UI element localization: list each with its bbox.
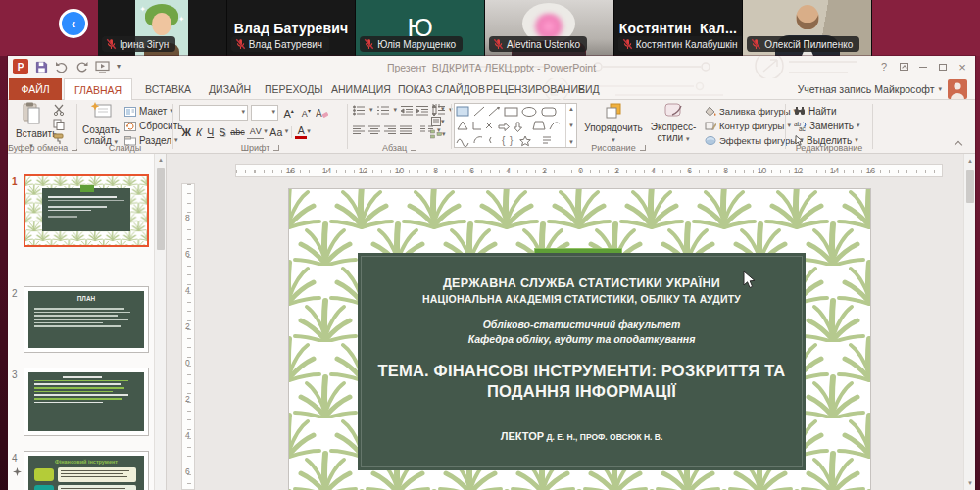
collapse-ribbon-button[interactable]: [955, 141, 963, 147]
back-button[interactable]: ‹: [59, 9, 88, 38]
slide-thumbnail-1[interactable]: [24, 174, 149, 247]
slide-topic-title[interactable]: ТЕМА. ФІНАНСОВІ ІНСТРУМЕНТИ: РОЗКРИТТЯ Т…: [362, 361, 803, 401]
thumbnail-scrollbar-thumb[interactable]: [157, 168, 165, 250]
replace-button[interactable]: abacЗаменить▾: [794, 119, 859, 133]
participant-name-badge: Alevtina Ustenko: [489, 36, 587, 52]
drawing-dialog-launcher[interactable]: [640, 145, 646, 151]
italic-button[interactable]: К: [194, 125, 205, 139]
slide-department[interactable]: Кафедра обліку, аудиту та оподаткування: [358, 333, 806, 345]
minimize-button[interactable]: [913, 58, 933, 75]
tab-file[interactable]: ФАЙЛ: [9, 78, 62, 100]
bold-button[interactable]: Ж: [179, 125, 194, 139]
cut-icon[interactable]: [53, 104, 65, 116]
font-color-button[interactable]: А: [295, 125, 307, 139]
align-left-icon[interactable]: [353, 125, 365, 136]
participant-tile-vlad[interactable]: Влад Батуревич Влад Батуревич: [227, 0, 357, 56]
ribbon: Вставить▾ Буфер обмена Создатьслайд ▾ Ма…: [8, 100, 975, 154]
ribbon-display-options-button[interactable]: [894, 58, 913, 75]
new-slide-button[interactable]: Создатьслайд ▾: [81, 102, 121, 147]
font-dialog-launcher[interactable]: [273, 145, 279, 151]
main-scrollbar[interactable]: ▲ ▼: [963, 154, 975, 490]
font-size-combo[interactable]: ▾: [251, 105, 278, 121]
titlebar-decoration: [446, 56, 858, 78]
help-button[interactable]: ?: [874, 58, 894, 75]
quick-styles-button[interactable]: Экспресс-стили ▾: [646, 102, 701, 144]
decrease-indent-icon[interactable]: [401, 105, 413, 116]
change-case-button[interactable]: Аа: [268, 125, 285, 139]
scroll-up-icon[interactable]: ▲: [964, 155, 975, 167]
participant-tile-kostiantyn[interactable]: Костянтин Кал... Костянтин Калабушкін: [614, 0, 744, 56]
tab-home[interactable]: ГЛАВНАЯ: [64, 78, 132, 100]
participant-tile-yuliia[interactable]: Ю Юлія Марущенко: [356, 0, 485, 56]
slide-canvas: 1614121086420246810121416 86420246 ДЕРЖА…: [167, 154, 975, 490]
slide-org-line2[interactable]: НАЦІОНАЛЬНА АКАДЕМІЯ СТАТИСТИКИ, ОБЛІКУ …: [358, 293, 806, 305]
document-title: Презент_ВІДКРИТА ЛЕКЦ.pptx - PowerPoint: [8, 56, 975, 78]
drawing-group-label: Рисование: [452, 143, 785, 153]
text-direction-button[interactable]: ▾: [431, 104, 445, 114]
tab-view[interactable]: ВИД: [568, 78, 610, 100]
thumb1-title-box: [42, 188, 130, 231]
close-button[interactable]: ×: [953, 58, 972, 75]
character-spacing-button[interactable]: АV: [247, 124, 264, 139]
participant-name: Юлія Марущенко: [377, 39, 456, 50]
underline-button[interactable]: Ч: [205, 125, 217, 139]
scroll-down-icon[interactable]: ▼: [964, 477, 975, 489]
participant-name: Олексій Пилипенко: [764, 39, 853, 50]
redo-icon[interactable]: [75, 61, 88, 73]
find-button[interactable]: Найти: [794, 104, 859, 119]
slide-org-line1[interactable]: ДЕРЖАВНА СЛУЖБА СТАТИСТИКИ УКРАЇНИ: [358, 276, 806, 290]
qat-customize-icon[interactable]: ▾: [117, 63, 121, 71]
participant-tile-iryna[interactable]: ✦✦ Ірина Зігун: [98, 0, 227, 56]
thumbnail-scroll-up-icon[interactable]: ▲: [155, 154, 167, 166]
bullets-icon[interactable]: [353, 105, 366, 116]
align-text-button[interactable]: ▾: [431, 117, 445, 126]
h-ruler[interactable]: 1614121086420246810121416: [235, 164, 943, 177]
slide-faculty[interactable]: Обліково-статистичний факультет: [358, 318, 806, 330]
slide-thumbnail-2[interactable]: ПЛАН: [24, 286, 149, 353]
slide-thumbnail-3[interactable]: [24, 368, 149, 436]
account-button[interactable]: Учетная запись Майкрософт ▾: [798, 78, 942, 100]
participant-tile-alevtina[interactable]: Alevtina Ustenko: [485, 0, 614, 56]
save-icon[interactable]: [35, 61, 48, 74]
shapes-gallery[interactable]: { } ▲▼▼: [454, 103, 577, 148]
restore-button[interactable]: [933, 58, 953, 75]
slide-thumbnail-4[interactable]: Фінансовий інструмент: [24, 451, 149, 490]
numbering-icon[interactable]: [377, 105, 390, 116]
editing-group-label: Редактирование: [786, 143, 872, 153]
mic-muted-icon: [493, 38, 504, 50]
convert-to-smartart-button[interactable]: ▾: [430, 129, 446, 139]
v-ruler[interactable]: 86420246: [181, 183, 195, 490]
increase-font-button[interactable]: А▴: [281, 104, 296, 121]
strikethrough-button[interactable]: abc: [228, 125, 248, 139]
justify-icon[interactable]: [400, 125, 412, 136]
tab-insert[interactable]: ВСТАВКА: [135, 78, 201, 100]
copy-icon[interactable]: [53, 119, 65, 130]
powerpoint-logo-icon[interactable]: P: [13, 59, 28, 74]
shapes-gallery-scroll[interactable]: ▲▼▼: [565, 104, 576, 147]
slide[interactable]: ДЕРЖАВНА СЛУЖБА СТАТИСТИКИ УКРАЇНИ НАЦІО…: [289, 189, 870, 490]
decrease-font-button[interactable]: А▾: [299, 104, 313, 121]
window-titlebar: P ▾ Презент_ВІДКРИТА ЛЕКЦ.pptx - PowerPo…: [8, 56, 975, 78]
arrange-button[interactable]: Упорядочить▾: [583, 102, 644, 145]
main-scrollbar-thumb[interactable]: [966, 170, 974, 203]
increase-indent-icon[interactable]: [416, 105, 428, 116]
slide-lecturer[interactable]: ЛЕКТОР Д. Е. Н., ПРОФ. ОВСЮК Н. В.: [358, 426, 806, 444]
participant-tile-oleksii[interactable]: Олексій Пилипенко: [743, 0, 872, 56]
tab-design[interactable]: ДИЗАЙН: [199, 78, 261, 100]
shape-outline-icon: [705, 121, 716, 131]
start-slideshow-icon[interactable]: [95, 61, 110, 74]
undo-icon[interactable]: [55, 61, 69, 73]
layout-icon: [124, 107, 136, 117]
clipboard-group: Вставить▾ Буфер обмена: [8, 100, 76, 154]
slide-title-box[interactable]: ДЕРЖАВНА СЛУЖБА СТАТИСТИКИ УКРАЇНИ НАЦІО…: [358, 253, 806, 470]
find-icon: [794, 106, 806, 117]
account-avatar[interactable]: [948, 79, 967, 99]
thumbnail-scrollbar[interactable]: ▲: [154, 154, 166, 490]
align-center-icon[interactable]: [368, 125, 380, 136]
text-shadow-button[interactable]: S: [217, 125, 228, 139]
paragraph-dialog-launcher[interactable]: [411, 145, 416, 151]
align-right-icon[interactable]: [384, 125, 396, 136]
desktop-edge-right: [975, 56, 980, 490]
font-name-combo[interactable]: ▾: [179, 105, 248, 121]
clear-formatting-icon[interactable]: А: [316, 107, 328, 119]
